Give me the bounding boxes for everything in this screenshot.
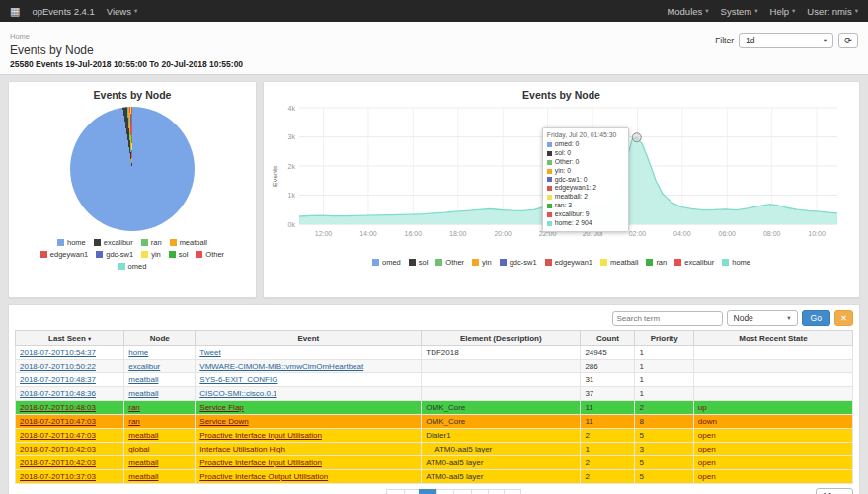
event-link[interactable]: Proactive Interface Input Utilisation [199,458,322,467]
legend-item-meatball[interactable]: meatball [170,238,207,247]
app-brand[interactable]: opEvents 2.4.1 [32,6,94,17]
legend-item-excalibur[interactable]: excalibur [674,258,714,267]
table-footer: Showing 1 to 10 of 36 entries «‹1234›» S… [15,488,853,494]
legend-item-yin[interactable]: yin [141,250,161,259]
nav-item-help[interactable]: Help▾ [770,6,796,17]
event-link[interactable]: VMWARE-CIMOM-MIB::vmwCimOmHeartbeat [199,362,363,370]
event-link[interactable]: CISCO-SMI::cisco.0.1 [199,389,276,398]
events-by-node-pie-chart[interactable] [70,107,195,231]
pie-chart-title: Events by Node [94,89,172,101]
cell-state [693,360,852,373]
page-1[interactable]: 1 [419,489,436,494]
event-time-link[interactable]: 2018-07-20T10:48:03 [20,403,96,412]
event-time-link[interactable]: 2018-07-20T10:48:37 [20,375,96,384]
cell-count: 11 [581,401,635,415]
sort-desc-icon: ▾ [88,335,91,342]
node-link[interactable]: ran [128,417,140,426]
tooltip-row-home: home: 2 904 [547,219,624,228]
cell-state [693,373,852,387]
node-link[interactable]: meatball [128,472,158,481]
legend-item-meatball[interactable]: meatball [600,258,638,267]
clear-search-button[interactable]: ✕ [834,310,853,326]
page-2[interactable]: 2 [436,489,454,494]
event-time-link[interactable]: 2018-07-20T10:47:03 [20,417,96,426]
refresh-button[interactable]: ⟳ [838,33,858,48]
event-time-link[interactable]: 2018-07-20T10:42:03 [20,445,96,453]
event-time-link[interactable]: 2018-07-20T10:37:03 [20,472,96,481]
go-button[interactable]: Go [802,310,830,326]
nav-item-views[interactable]: Views▾ [107,6,137,17]
legend-label: yin [482,258,492,267]
breadcrumb-home[interactable]: Home [10,32,30,41]
legend-item-edgeywan1[interactable]: edgeywan1 [40,250,88,259]
event-link[interactable]: Interface Utilisation High [199,445,285,453]
legend-item-excalibur[interactable]: excalibur [94,238,133,247]
page-size-select[interactable]: 10 ▾ [816,488,853,494]
search-column-value: Node [734,313,753,323]
node-link[interactable]: meatball [128,431,158,440]
column-header-element-description[interactable]: Element (Description) [422,331,581,346]
column-header-node[interactable]: Node [124,331,196,346]
event-time-link[interactable]: 2018-07-20T10:48:36 [20,389,96,398]
event-time-link[interactable]: 2018-07-20T10:42:03 [20,458,96,467]
event-time-link[interactable]: 2018-07-20T10:47:03 [20,431,96,440]
event-link[interactable]: Service Flap [199,403,243,412]
legend-label: gdc-sw1 [510,258,537,267]
legend-item-ran[interactable]: ran [141,238,162,247]
node-link[interactable]: ran [128,403,140,412]
node-link[interactable]: meatball [128,458,158,467]
tooltip-swatch [547,195,552,200]
event-link[interactable]: Tweet [199,348,220,357]
last-page[interactable]: » [504,489,521,494]
event-time-link[interactable]: 2018-07-20T10:54:37 [20,348,96,357]
page-3[interactable]: 3 [453,489,471,494]
legend-label: home [67,238,86,247]
filter-period-select[interactable]: 1d ▾ [739,33,833,48]
legend-item-other[interactable]: Other [196,250,224,259]
legend-item-yin[interactable]: yin [472,258,492,267]
node-link[interactable]: excalibur [128,362,160,370]
legend-item-sol[interactable]: sol [169,250,189,259]
first-page[interactable]: « [386,489,404,494]
column-header-most-recent-state[interactable]: Most Recent State [693,331,852,346]
node-link[interactable]: meatball [128,375,158,384]
tooltip-row-other: Other: 0 [547,158,624,167]
legend-item-edgeywan1[interactable]: edgeywan1 [545,258,592,267]
node-link[interactable]: home [128,348,148,357]
caret-down-icon: ▾ [705,7,708,15]
page-4[interactable]: 4 [471,489,489,494]
event-time-link[interactable]: 2018-07-20T10:50:22 [20,362,96,370]
node-link[interactable]: global [128,445,149,453]
node-link[interactable]: meatball [128,389,158,398]
nav-item-modules[interactable]: Modules▾ [667,6,708,17]
column-label: Element (Description) [460,334,542,343]
legend-item-sol[interactable]: sol [409,258,429,267]
column-header-priority[interactable]: Priority [635,331,693,346]
search-input[interactable] [612,311,723,326]
legend-item-home[interactable]: home [57,238,86,247]
column-header-event[interactable]: Event [196,331,422,346]
legend-item-omed[interactable]: omed [118,262,147,271]
next-page[interactable]: › [488,489,505,494]
search-column-select[interactable]: Node ▾ [727,310,798,326]
column-header-count[interactable]: Count [581,331,635,346]
legend-item-ran[interactable]: ran [646,258,667,267]
legend-item-gdc-sw1[interactable]: gdc-sw1 [96,250,133,259]
column-label: Event [297,334,319,343]
legend-item-gdc-sw1[interactable]: gdc-sw1 [500,258,537,267]
caret-down-icon: ▾ [787,314,790,322]
nav-item-user-nmis[interactable]: User: nmis▾ [807,6,858,17]
event-link[interactable]: Service Down [199,417,248,426]
column-header-last-seen[interactable]: Last Seen▾ [16,331,124,346]
legend-item-omed[interactable]: omed [372,258,401,267]
cell-event: CISCO-SMI::cisco.0.1 [196,387,422,401]
legend-item-home[interactable]: home [722,258,750,267]
prev-page[interactable]: ‹ [404,489,421,494]
nav-item-system[interactable]: System▾ [721,6,758,17]
event-link[interactable]: SYS-6-EXIT_CONFIG [199,375,277,384]
legend-item-other[interactable]: Other [435,258,464,267]
legend-label: meatball [610,258,638,267]
cell-count: 2 [581,456,635,470]
event-link[interactable]: Proactive Interface Input Utilisation [199,431,322,440]
event-link[interactable]: Proactive Interface Output Utilisation [199,472,328,481]
